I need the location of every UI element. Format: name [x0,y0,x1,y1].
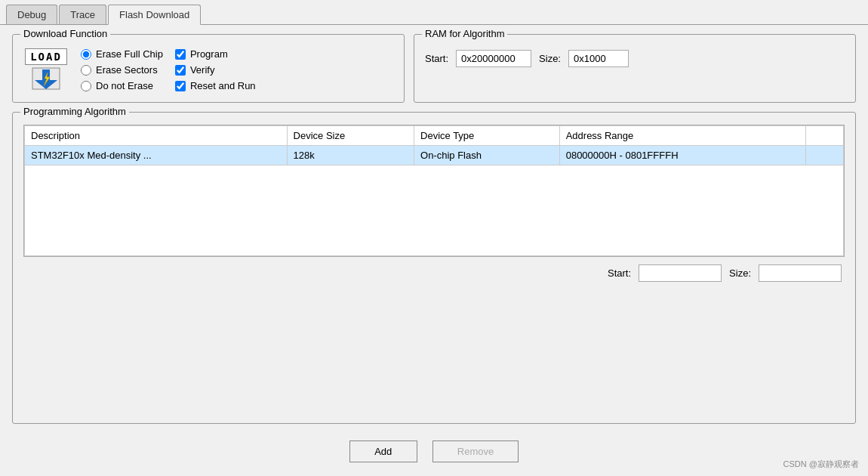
remove-button[interactable]: Remove [432,440,519,462]
program-option[interactable]: Program [175,48,256,60]
algo-table-wrapper: Description Device Size Device Type Addr… [23,125,845,257]
erase-sectors-radio[interactable] [81,65,91,76]
reset-and-run-label: Reset and Run [190,80,256,91]
ram-size-input[interactable] [568,50,629,67]
algo-size-label: Size: [729,267,751,279]
tab-flash-download[interactable]: Flash Download [108,5,201,25]
main-content: Download Function LOAD [0,25,868,476]
verify-option[interactable]: Verify [175,64,256,76]
load-text: LOAD [25,48,67,65]
tab-trace[interactable]: Trace [59,5,106,24]
ram-size-label: Size: [539,53,561,64]
download-function-legend: Download Function [20,28,110,39]
ram-start-label: Start: [425,53,448,64]
download-function-content: LOAD [23,45,393,91]
algo-bottom: Start: Size: [23,264,845,282]
verify-label: Verify [190,64,215,76]
watermark: CSDN @寂静观察者 [783,459,859,470]
row-device-size: 128k [287,146,414,165]
download-function-group: Download Function LOAD [12,34,405,103]
checkboxes-group: Program Verify Reset and Run [175,48,256,91]
row-device-type: On-chip Flash [414,146,560,165]
do-not-erase-option[interactable]: Do not Erase [81,80,163,91]
load-arrow-icon [31,66,61,91]
button-row: Add Remove [12,433,856,467]
programming-algorithm-legend: Programming Algorithm [20,106,129,117]
algo-table: Description Device Size Device Type Addr… [24,125,844,256]
row-address-range: 08000000H - 0801FFFFH [559,146,805,165]
algo-size-input[interactable] [759,264,842,282]
tab-bar: Debug Trace Flash Download [0,0,868,25]
ram-start-input[interactable] [456,50,531,67]
reset-and-run-checkbox[interactable] [175,81,186,91]
table-empty-row [25,165,844,256]
algo-content: Description Device Size Device Type Addr… [23,125,845,282]
erase-options-group: Erase Full Chip Erase Sectors Do not Era… [81,48,163,91]
program-checkbox[interactable] [175,49,186,60]
erase-sectors-option[interactable]: Erase Sectors [81,64,163,76]
add-button[interactable]: Add [349,440,417,462]
col-extra [806,126,844,146]
do-not-erase-radio[interactable] [81,81,91,91]
col-device-type: Device Type [414,126,560,146]
verify-checkbox[interactable] [175,65,186,76]
ram-content: Start: Size: [425,50,845,67]
algo-start-label: Start: [608,267,631,279]
row-description: STM32F10x Med-density ... [25,146,288,165]
programming-algorithm-group: Programming Algorithm Description Device… [12,112,856,424]
erase-full-chip-label: Erase Full Chip [96,48,163,60]
ram-algorithm-group: RAM for Algorithm Start: Size: [414,34,856,103]
reset-and-run-option[interactable]: Reset and Run [175,80,256,91]
ram-algorithm-legend: RAM for Algorithm [422,28,507,39]
algo-start-input[interactable] [639,264,722,282]
erase-sectors-label: Erase Sectors [96,64,158,76]
col-device-size: Device Size [287,126,414,146]
top-row: Download Function LOAD [12,34,856,103]
col-description: Description [25,126,288,146]
col-address-range: Address Range [559,126,805,146]
do-not-erase-label: Do not Erase [96,80,153,91]
tab-debug[interactable]: Debug [6,5,57,24]
erase-full-chip-option[interactable]: Erase Full Chip [81,48,163,60]
table-row[interactable]: STM32F10x Med-density ... 128k On-chip F… [25,146,844,165]
row-extra [806,146,844,165]
program-label: Program [190,48,228,60]
load-icon: LOAD [23,48,69,91]
erase-full-chip-radio[interactable] [81,49,91,60]
